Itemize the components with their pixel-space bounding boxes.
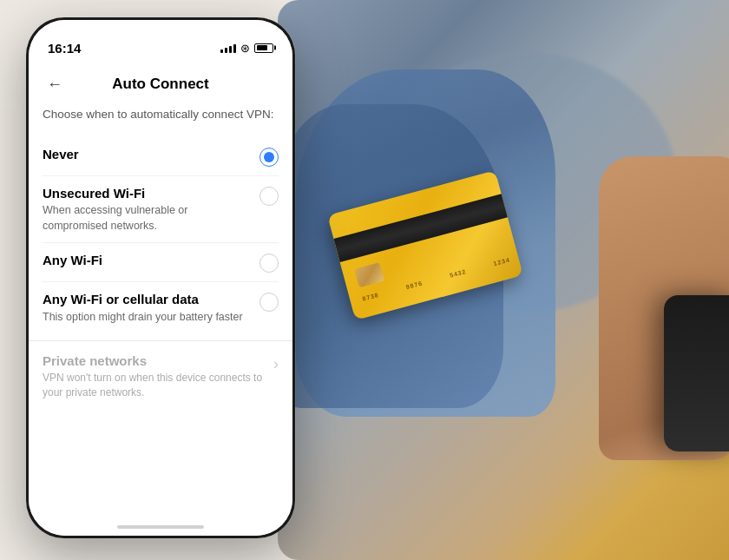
radio-never-fill [264, 152, 274, 162]
back-button[interactable]: ← [43, 72, 67, 96]
card-chip [354, 262, 384, 287]
page-subtitle: Choose when to automatically connect VPN… [29, 103, 292, 137]
private-networks-title: Private networks [43, 353, 273, 368]
option-any-wifi-cellular-desc: This option might drain your battery fas… [43, 310, 249, 326]
chevron-right-icon: › [273, 355, 279, 373]
wifi-icon: ⊛ [240, 42, 250, 55]
battery-icon [254, 43, 273, 53]
radio-any-wifi-cellular[interactable] [259, 293, 279, 312]
status-time: 16:14 [48, 41, 81, 56]
battery-fill [257, 45, 268, 50]
phone-mockup: 16:14 ⊛ [26, 17, 295, 538]
options-list: Never Unsecured Wi-Fi When accessing vul… [29, 137, 292, 334]
option-unsecured-wifi-text: Unsecured Wi-Fi When accessing vulnerabl… [43, 185, 249, 234]
option-unsecured-wifi-title: Unsecured Wi-Fi [43, 185, 249, 202]
option-unsecured-wifi[interactable]: Unsecured Wi-Fi When accessing vulnerabl… [43, 176, 279, 244]
option-never-title: Never [43, 146, 249, 163]
option-any-wifi-cellular[interactable]: Any Wi-Fi or cellular data This option m… [43, 282, 279, 333]
option-any-wifi-cellular-title: Any Wi-Fi or cellular data [43, 291, 249, 308]
radio-any-wifi[interactable] [259, 254, 279, 273]
radio-unsecured-wifi[interactable] [259, 187, 279, 206]
option-never[interactable]: Never [43, 137, 279, 176]
option-unsecured-wifi-desc: When accessing vulnerable or compromised… [43, 203, 249, 234]
status-bar: 16:14 ⊛ [29, 20, 292, 63]
status-icons: ⊛ [220, 42, 273, 55]
signal-icon [220, 43, 236, 53]
private-networks-section[interactable]: Private networks VPN won't turn on when … [29, 341, 292, 412]
option-any-wifi-cellular-text: Any Wi-Fi or cellular data This option m… [43, 291, 249, 325]
radio-never[interactable] [259, 148, 279, 167]
home-indicator [117, 525, 204, 529]
private-networks-text: Private networks VPN won't turn on when … [43, 353, 273, 400]
scene: 8738 9876 5432 1234 16:14 [0, 0, 729, 560]
back-arrow-icon: ← [47, 76, 62, 94]
hand [599, 156, 729, 460]
page-title: Auto Connect [112, 76, 208, 93]
option-any-wifi-title: Any Wi-Fi [43, 252, 249, 269]
option-any-wifi[interactable]: Any Wi-Fi [43, 243, 279, 282]
background-photo: 8738 9876 5432 1234 [278, 0, 729, 560]
option-never-text: Never [43, 146, 249, 163]
option-any-wifi-text: Any Wi-Fi [43, 252, 249, 269]
screen-content: ← Auto Connect Choose when to automatica… [29, 63, 292, 536]
nav-bar: ← Auto Connect [29, 63, 292, 103]
held-phone [664, 295, 729, 451]
phone-screen: 16:14 ⊛ [29, 20, 292, 536]
private-networks-desc: VPN won't turn on when this device conne… [43, 371, 273, 400]
